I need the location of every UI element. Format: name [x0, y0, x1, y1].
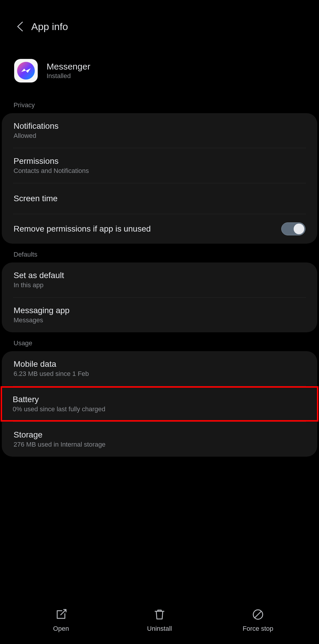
battery-subtitle: 0% used since last fully charged	[13, 405, 306, 413]
notifications-row[interactable]: Notifications Allowed	[2, 113, 317, 148]
trash-icon	[153, 608, 166, 621]
remove-permissions-toggle[interactable]	[281, 222, 305, 235]
app-name: Messenger	[47, 62, 90, 72]
set-default-subtitle: In this app	[14, 281, 64, 289]
set-default-title: Set as default	[14, 271, 64, 280]
screen-time-title: Screen time	[14, 194, 57, 203]
storage-title: Storage	[14, 430, 106, 440]
app-header: Messenger Installed	[0, 41, 319, 94]
defaults-card: Set as default In this app Messaging app…	[2, 262, 317, 332]
notifications-title: Notifications	[14, 121, 59, 131]
permissions-row[interactable]: Permissions Contacts and Notifications	[2, 148, 317, 183]
force-stop-button[interactable]: Force stop	[209, 608, 307, 633]
mobile-data-row[interactable]: Mobile data 6.23 MB used since 1 Feb	[2, 351, 317, 386]
app-icon	[14, 59, 38, 82]
remove-permissions-title: Remove permissions if app is unused	[14, 224, 151, 234]
open-button[interactable]: Open	[12, 608, 110, 633]
usage-card: Mobile data 6.23 MB used since 1 Feb Bat…	[2, 351, 317, 457]
permissions-subtitle: Contacts and Notifications	[14, 167, 89, 175]
mobile-data-subtitle: 6.23 MB used since 1 Feb	[14, 370, 89, 378]
privacy-card: Notifications Allowed Permissions Contac…	[2, 113, 317, 244]
toggle-thumb	[294, 224, 304, 234]
open-label: Open	[53, 625, 69, 633]
section-label-usage: Usage	[0, 332, 319, 351]
svg-line-1	[255, 611, 261, 618]
page-title: App info	[31, 21, 68, 32]
messaging-app-row[interactable]: Messaging app Messages	[2, 298, 317, 332]
uninstall-button[interactable]: Uninstall	[110, 608, 209, 633]
storage-row[interactable]: Storage 276 MB used in Internal storage	[2, 422, 317, 457]
notifications-subtitle: Allowed	[14, 132, 59, 140]
uninstall-label: Uninstall	[147, 625, 172, 633]
remove-permissions-row[interactable]: Remove permissions if app is unused	[2, 214, 317, 244]
bottom-bar: Open Uninstall Force stop	[0, 597, 319, 644]
screen-time-row[interactable]: Screen time	[2, 183, 317, 214]
storage-subtitle: 276 MB used in Internal storage	[14, 441, 106, 448]
messaging-app-title: Messaging app	[14, 306, 70, 315]
messenger-bolt-icon	[21, 68, 31, 74]
battery-title: Battery	[13, 395, 306, 404]
open-icon	[55, 608, 67, 621]
stop-icon	[252, 608, 264, 621]
section-label-defaults: Defaults	[0, 244, 319, 262]
back-icon	[17, 21, 24, 32]
set-default-row[interactable]: Set as default In this app	[2, 262, 317, 297]
permissions-title: Permissions	[14, 156, 89, 166]
messaging-app-subtitle: Messages	[14, 316, 70, 324]
app-status: Installed	[47, 72, 90, 80]
back-button[interactable]	[14, 21, 26, 32]
mobile-data-title: Mobile data	[14, 359, 89, 369]
force-stop-label: Force stop	[243, 625, 273, 633]
section-label-privacy: Privacy	[0, 94, 319, 113]
battery-row[interactable]: Battery 0% used since last fully charged	[1, 386, 318, 422]
